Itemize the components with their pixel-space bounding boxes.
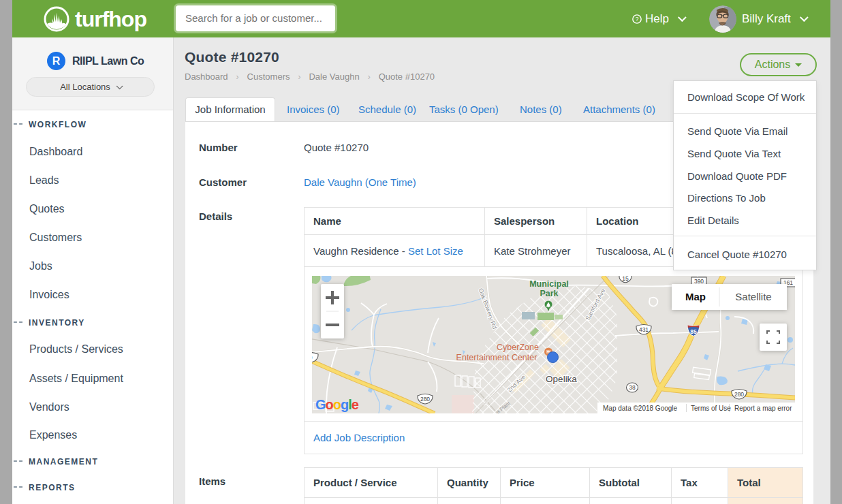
svg-text:390: 390 bbox=[694, 278, 704, 285]
svg-text:Opelika: Opelika bbox=[546, 374, 577, 384]
svg-text:Report a map error: Report a map error bbox=[734, 405, 792, 412]
svg-text:CyberZone: CyberZone bbox=[497, 343, 539, 352]
svg-text:Park: Park bbox=[540, 289, 558, 298]
svg-text:431: 431 bbox=[639, 326, 649, 333]
svg-text:Terms of Use: Terms of Use bbox=[691, 405, 731, 412]
svg-text:280: 280 bbox=[420, 396, 430, 403]
svg-text:15: 15 bbox=[622, 276, 629, 282]
svg-text:Entertainment Center: Entertainment Center bbox=[456, 353, 537, 362]
svg-text:Google: Google bbox=[315, 397, 359, 412]
svg-text:85: 85 bbox=[690, 328, 697, 335]
svg-text:?: ? bbox=[636, 16, 639, 22]
svg-text:Satellite: Satellite bbox=[735, 291, 771, 302]
svg-text:Map data ©2018 Google: Map data ©2018 Google bbox=[603, 405, 678, 412]
svg-text:38: 38 bbox=[629, 384, 636, 391]
svg-text:Municipal: Municipal bbox=[529, 279, 569, 289]
svg-text:Map: Map bbox=[685, 291, 706, 302]
svg-text:280: 280 bbox=[734, 391, 744, 398]
